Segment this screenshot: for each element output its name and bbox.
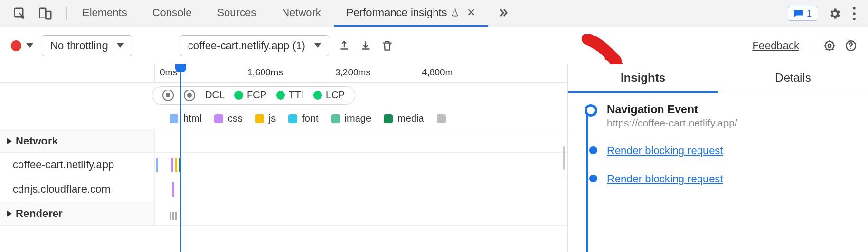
- nav-event-url: https://coffee-cart.netlify.app/: [607, 117, 863, 129]
- flask-icon: [450, 7, 460, 18]
- tab-details[interactable]: Details: [718, 71, 868, 93]
- lcp-dot-icon: [313, 91, 322, 100]
- swatch-css-icon: [214, 114, 223, 123]
- ruler-tick: 0ms: [160, 67, 177, 78]
- svg-point-6: [828, 44, 831, 47]
- issues-badge[interactable]: 1: [788, 6, 817, 21]
- tabstrip-divider: [66, 7, 67, 20]
- record-options-caret[interactable]: [26, 43, 33, 48]
- right-tabs: Insights Details: [568, 64, 868, 93]
- timeline-pane: 0ms 1,600ms 3,200ms 4,800m DCL FCP TTI L…: [0, 64, 568, 252]
- toolbar-divider: [811, 39, 811, 53]
- record-group: [11, 40, 33, 51]
- delete-icon[interactable]: [381, 39, 394, 52]
- swatch-image-icon: [331, 114, 340, 123]
- timeline-node-icon: [589, 175, 597, 182]
- timeline-node-icon: [589, 146, 597, 154]
- network-legend: html css js font image media: [0, 108, 567, 129]
- track-renderer-header[interactable]: Renderer: [0, 201, 567, 226]
- tab-performance-insights[interactable]: Performance insights ✕: [334, 0, 488, 27]
- track-network-header[interactable]: Network: [0, 129, 567, 153]
- marker-fcp-label: FCP: [247, 90, 266, 101]
- request-bar[interactable]: [156, 158, 158, 172]
- help-icon[interactable]: [845, 39, 857, 52]
- svg-point-5: [853, 18, 856, 20]
- swatch-media-icon: [384, 114, 393, 123]
- close-tab-icon[interactable]: ✕: [467, 6, 475, 19]
- issues-count: 1: [807, 8, 812, 19]
- render-blocking-link[interactable]: Render blocking request: [607, 173, 723, 185]
- record-button[interactable]: [11, 40, 21, 51]
- tab-sources[interactable]: Sources: [204, 0, 269, 27]
- tab-insights[interactable]: Insights: [568, 71, 718, 93]
- insight-navigation-event[interactable]: Navigation Event https://coffee-cart.net…: [607, 103, 863, 129]
- markers-pill[interactable]: DCL FCP TTI LCP: [152, 86, 355, 105]
- settings-cog-icon[interactable]: [823, 39, 836, 52]
- import-icon[interactable]: [359, 39, 372, 52]
- disclosure-triangle-icon: [7, 210, 12, 217]
- tab-elements[interactable]: Elements: [70, 0, 140, 27]
- request-bar[interactable]: [172, 182, 174, 197]
- tabs-overflow-icon[interactable]: [488, 0, 517, 27]
- svg-rect-1: [40, 8, 46, 18]
- renderer-bar[interactable]: [170, 212, 171, 220]
- tab-network[interactable]: Network: [269, 0, 334, 27]
- nav-event-title: Navigation Event: [607, 103, 863, 116]
- request-bar[interactable]: [175, 158, 177, 172]
- renderer-bar[interactable]: [172, 212, 174, 220]
- main-area: 0ms 1,600ms 3,200ms 4,800m DCL FCP TTI L…: [0, 64, 868, 252]
- throttling-value: No throttling: [50, 39, 108, 52]
- request-bar[interactable]: [179, 158, 181, 172]
- recordings-value: coffee-cart.netlify.app (1): [188, 39, 305, 52]
- tab-console[interactable]: Console: [140, 0, 205, 27]
- gear-icon[interactable]: [828, 7, 842, 20]
- tabstrip-right: 1: [788, 6, 866, 21]
- svg-point-9: [850, 48, 851, 49]
- ruler-tick: 4,800m: [422, 67, 453, 78]
- legend-js: js: [269, 113, 276, 124]
- marker-lcp-label: LCP: [326, 90, 345, 101]
- milestone-markers: DCL FCP TTI LCP: [0, 83, 567, 108]
- legend-css: css: [228, 113, 243, 124]
- insight-render-blocking-2[interactable]: Render blocking request: [607, 173, 863, 185]
- tab-performance-insights-label: Performance insights: [346, 6, 447, 19]
- feedback-link[interactable]: Feedback: [752, 39, 799, 52]
- insight-render-blocking-1[interactable]: Render blocking request: [607, 144, 863, 157]
- stop-icon: [162, 90, 174, 101]
- time-ruler[interactable]: 0ms 1,600ms 3,200ms 4,800m: [0, 64, 567, 83]
- swatch-js-icon: [255, 114, 264, 123]
- swatch-font-icon: [288, 114, 297, 123]
- request-bar[interactable]: [171, 158, 173, 172]
- perf-insights-toolbar: No throttling coffee-cart.netlify.app (1…: [0, 27, 868, 64]
- device-toggle-icon[interactable]: [38, 6, 53, 21]
- track-host2[interactable]: cdnjs.cloudflare.com: [0, 177, 567, 201]
- ruler-tick: 1,600ms: [247, 67, 283, 78]
- ruler-tick: 3,200ms: [335, 67, 371, 78]
- legend-html: html: [183, 113, 202, 124]
- kebab-menu-icon[interactable]: [852, 7, 856, 20]
- timeline-node-icon: [585, 104, 597, 117]
- insights-rail: [586, 106, 588, 252]
- record-marker-icon: [184, 90, 195, 101]
- swatch-html-icon: [170, 114, 178, 123]
- render-blocking-link[interactable]: Render blocking request: [607, 144, 723, 157]
- recordings-select[interactable]: coffee-cart.netlify.app (1): [180, 35, 329, 56]
- tti-dot-icon: [276, 91, 285, 100]
- devtools-tabstrip: Elements Console Sources Network Perform…: [0, 0, 868, 27]
- track-network-label: Network: [16, 135, 58, 147]
- swatch-other-icon: [437, 114, 446, 123]
- track-renderer-label: Renderer: [16, 207, 63, 220]
- export-icon[interactable]: [338, 39, 351, 52]
- pane-splitter[interactable]: [559, 64, 568, 252]
- inspect-icon[interactable]: [13, 6, 27, 21]
- legend-media: media: [397, 113, 424, 124]
- fcp-dot-icon: [234, 91, 243, 100]
- issues-icon: [793, 9, 804, 18]
- track-host2-label: cdnjs.cloudflare.com: [13, 183, 111, 196]
- track-host1[interactable]: coffee-cart.netlify.app: [0, 153, 567, 177]
- chevron-down-icon: [314, 43, 321, 48]
- svg-point-4: [853, 12, 856, 15]
- svg-point-3: [853, 7, 856, 10]
- throttling-select[interactable]: No throttling: [42, 35, 132, 56]
- renderer-bar[interactable]: [175, 212, 177, 220]
